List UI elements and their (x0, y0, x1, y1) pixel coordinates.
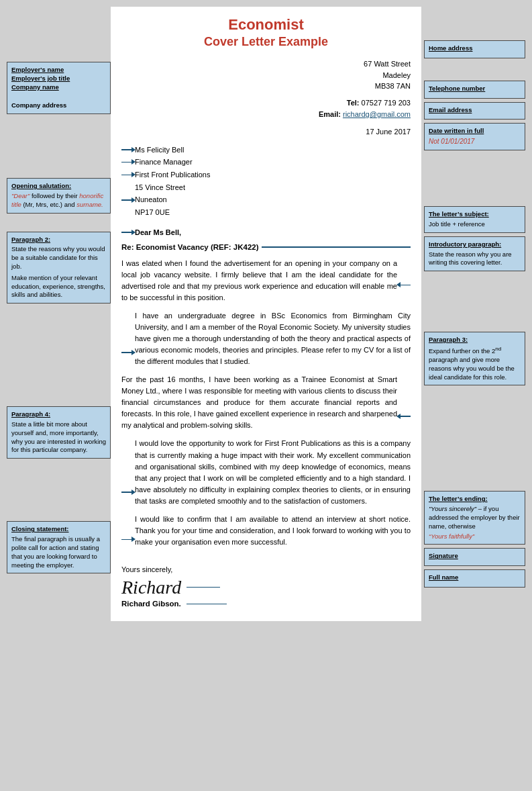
intro-box-title: Introductory paragraph: (429, 240, 521, 249)
employer-city: Nuneaton (135, 193, 167, 206)
employer-name: Ms Felicity Bell (135, 144, 184, 156)
ending-box-title: The letter’s ending: (429, 495, 521, 504)
para2-box-body2: Make mention of your relevant education,… (11, 274, 106, 299)
employer-job-title: Finance Manager (135, 156, 193, 169)
para4-sidebar-box: Paragraph 4: State a little bit more abo… (7, 406, 111, 459)
fullname-box: Full name (424, 569, 525, 588)
employer-company: First Front Publications (135, 169, 210, 181)
email-label: Email: (319, 110, 341, 118)
fullname-box-title: Full name (429, 573, 521, 582)
signature-box-title: Signature (429, 552, 521, 561)
full-name: Richard Gibson. (121, 600, 181, 608)
tel-value: 07527 719 203 (362, 99, 411, 107)
salutation-sidebar-box: Opening salutation: "Dear" followed by t… (7, 178, 111, 213)
home-address-title: Home address (429, 44, 521, 53)
date-box-note: Not 01/01/2017 (429, 138, 474, 145)
para3-box-body: Expand further on the 2nd paragraph and … (429, 346, 521, 381)
ending-box-body1: "Yours sincerely" – if you addressed the… (429, 505, 521, 530)
signature: Richard (121, 576, 181, 599)
para4-box-body: State a little bit more about yourself a… (11, 420, 106, 455)
ending-box: The letter’s ending: "Yours sincerely" –… (424, 491, 525, 545)
paragraph-3: For the past 16 months, I have been work… (121, 374, 397, 431)
salutation-box-body: "Dear" followed by their honorific title… (11, 192, 103, 208)
subject-box: The letter’s subject: Job title + refere… (424, 206, 525, 233)
email-link[interactable]: richardg@gmail.com (343, 110, 411, 118)
para4-box-title: Paragraph 4: (11, 410, 106, 419)
address-postcode: MB38 7AN (375, 82, 411, 90)
right-sidebar: Home address Telephone number Email addr… (421, 7, 525, 621)
letter-subtitle: Cover Letter Example (121, 35, 411, 49)
closing-box-body: The final paragraph is usually a polite … (11, 535, 106, 569)
employer-block: Ms Felicity Bell Finance Manager First F… (121, 144, 411, 219)
letter-content: Economist Cover Letter Example 67 Watt S… (111, 7, 421, 621)
closing-box-title: Closing statement: (11, 525, 106, 534)
salutation-box-title: Opening salutation: (11, 182, 106, 191)
date-box-title: Date written in full (429, 127, 521, 136)
employer-box-subtitle: Company address (11, 101, 66, 109)
paragraph-4: I would love the opportunity to work for… (135, 438, 411, 506)
telephone-title: Telephone number (429, 85, 521, 93)
paragraph-1: I was elated when I found the advertisem… (121, 258, 397, 304)
employer-sidebar-box: Employer's nameEmployer's job titleCompa… (7, 62, 111, 114)
letter-date: 17 June 2017 (366, 128, 411, 136)
contact-block: Tel: 07527 719 203 Email: richardg@gmail… (121, 97, 411, 121)
para3-box-title: Paragraph 3: (429, 336, 521, 344)
left-sidebar: Employer's nameEmployer's job titleCompa… (7, 7, 111, 621)
address-street: 67 Watt Street (364, 60, 411, 68)
intro-box-body: State the reason why you are writing thi… (429, 250, 521, 268)
para2-box-title: Paragraph 2: (11, 236, 106, 244)
address-block: 67 Watt Street Madeley MB38 7AN (121, 58, 411, 92)
subject-box-body: Job title + reference (429, 220, 485, 228)
tel-label: Tel: (347, 99, 360, 107)
closing-text: Yours sincerely, (121, 565, 172, 573)
closing-sidebar-box: Closing statement: The final paragraph i… (7, 521, 111, 573)
subject-box-title: The letter’s subject: (429, 210, 521, 219)
employer-box-title: Employer's nameEmployer's job titleCompa… (11, 66, 106, 91)
ending-box-body2: “Yours faithfully” (429, 532, 521, 541)
para2-box-body1: State the reasons why you would be a sui… (11, 245, 106, 271)
para3-box: Paragraph 3: Expand further on the 2nd p… (424, 332, 525, 385)
para2-sidebar-box: Paragraph 2: State the reasons why you w… (7, 232, 111, 304)
paragraph-2: I have an undergraduate degree in BSc Ec… (135, 310, 411, 367)
date-box: Date written in full Not 01/01/2017 (424, 123, 525, 150)
email-box: Email address (424, 102, 525, 120)
email-title: Email address (429, 106, 521, 115)
employer-postcode: NP17 0UE (135, 208, 170, 216)
home-address-box: Home address (424, 40, 525, 58)
salutation-line: Dear Ms Bell, (121, 228, 411, 236)
intro-box: Introductory paragraph: State the reason… (424, 236, 525, 271)
letter-title: Economist (121, 16, 411, 34)
paragraph-5: I would like to confirm that I am availa… (135, 514, 411, 548)
letter-body: I was elated when I found the advertisem… (121, 258, 411, 555)
address-city: Madeley (382, 71, 411, 79)
date-block: 17 June 2017 (121, 128, 411, 136)
signature-box: Signature (424, 548, 525, 566)
subject-line: Re: Economist Vacancy (REF: JK422) (121, 243, 259, 251)
employer-address1: 15 Vince Street (135, 183, 185, 191)
telephone-box: Telephone number (424, 81, 525, 99)
dear-line: Dear Ms Bell, (135, 228, 181, 236)
